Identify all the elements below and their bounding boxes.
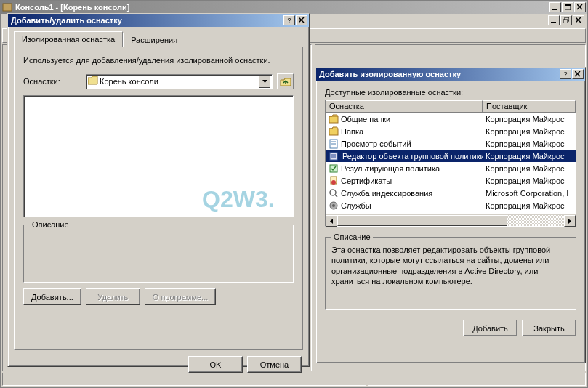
minimize-button[interactable] bbox=[549, 2, 561, 12]
gpo-icon bbox=[329, 151, 339, 161]
list-item[interactable]: СлужбыКорпорация Майкрос bbox=[326, 199, 576, 211]
description-group-label: Описание bbox=[30, 220, 71, 229]
folder-shared-icon bbox=[329, 114, 339, 124]
list-item[interactable]: СертификатыКорпорация Майкрос bbox=[326, 174, 576, 187]
add-button[interactable]: Добавить bbox=[463, 320, 517, 336]
list-item-name: Папка bbox=[341, 127, 363, 136]
rsop-icon bbox=[329, 163, 339, 174]
list-item-vendor: Корпорация Майкрос bbox=[483, 115, 576, 124]
svg-rect-3 bbox=[565, 4, 571, 6]
snapins-combo[interactable]: Корень консоли bbox=[86, 74, 273, 89]
dialog2-title: Добавить изолированную оснастку bbox=[318, 70, 560, 78]
list-item-name: Просмотр событий bbox=[341, 140, 411, 148]
combo-value: Корень консоли bbox=[98, 77, 259, 86]
dialog1-title: Добавить/удалить оснастку bbox=[9, 16, 283, 25]
folder-up-button[interactable] bbox=[277, 73, 294, 89]
available-label: Доступные изолированные оснастки: bbox=[325, 88, 576, 97]
list-item-vendor: Корпорация Майкрос bbox=[483, 127, 576, 136]
chevron-down-icon[interactable] bbox=[259, 76, 270, 88]
scroll-left-icon[interactable] bbox=[326, 215, 337, 227]
help-button[interactable]: ? bbox=[560, 69, 571, 79]
cancel-button[interactable]: Отмена bbox=[247, 356, 302, 373]
about-button: О программе... bbox=[145, 288, 216, 305]
horizontal-scrollbar[interactable] bbox=[326, 214, 576, 226]
column-snapin[interactable]: Оснастка bbox=[326, 100, 483, 113]
add-remove-snapin-dialog: Добавить/удалить оснастку ? Изолированна… bbox=[7, 13, 310, 367]
services-icon bbox=[329, 201, 339, 211]
list-item[interactable]: Редактор объекта групповой политикиКорпо… bbox=[326, 150, 576, 162]
mdi-minimize-button[interactable] bbox=[548, 15, 560, 25]
tab-extensions[interactable]: Расширения bbox=[123, 33, 185, 47]
column-vendor[interactable]: Поставщик bbox=[483, 100, 576, 113]
mdi-restore-button[interactable] bbox=[560, 15, 572, 25]
folder-icon bbox=[88, 76, 98, 86]
mmc-icon bbox=[2, 2, 12, 12]
list-item-vendor: Корпорация Майкрос bbox=[483, 140, 576, 148]
svg-line-26 bbox=[335, 195, 337, 197]
svg-rect-1 bbox=[552, 9, 557, 10]
svg-rect-16 bbox=[329, 129, 338, 135]
list-item[interactable]: Служба индексированияMicrosoft Corporati… bbox=[326, 187, 576, 199]
scroll-right-icon[interactable] bbox=[564, 215, 576, 227]
tab-standalone[interactable]: Изолированная оснастка bbox=[14, 31, 123, 47]
list-item[interactable]: Просмотр событийКорпорация Майкрос bbox=[326, 137, 576, 150]
mdi-close-button[interactable] bbox=[573, 15, 584, 25]
svg-rect-8 bbox=[563, 20, 568, 23]
folder-icon bbox=[329, 126, 339, 137]
list-item[interactable]: Общие папкиКорпорация Майкрос bbox=[326, 113, 576, 125]
add-button[interactable]: Добавить... bbox=[23, 288, 81, 305]
list-item[interactable]: ПапкаКорпорация Майкрос bbox=[326, 125, 576, 137]
console-titlebar: Консоль1 - [Корень консоли] bbox=[1, 1, 587, 14]
svg-rect-15 bbox=[329, 116, 338, 123]
close-button[interactable] bbox=[574, 2, 586, 12]
remove-button: Удалить bbox=[86, 288, 140, 305]
list-item-name: Сертификаты bbox=[341, 177, 392, 185]
console-title: Консоль1 - [Корень консоли] bbox=[14, 3, 549, 12]
close-button[interactable]: Закрыть bbox=[522, 320, 576, 336]
svg-point-25 bbox=[330, 190, 336, 195]
list-item-name: Служба индексирования bbox=[341, 189, 432, 198]
help-button[interactable]: ? bbox=[283, 15, 295, 25]
comp-icon bbox=[329, 213, 339, 215]
cert-icon bbox=[329, 176, 339, 186]
svg-rect-29 bbox=[330, 214, 334, 215]
list-item[interactable]: Службы компонентовMicrosoft Corporation bbox=[326, 211, 576, 214]
eventlog-icon bbox=[329, 139, 339, 149]
available-snapins-list[interactable]: Оснастка Поставщик Общие папкиКорпорация… bbox=[325, 100, 576, 227]
list-item-vendor: Microsoft Corporation, I bbox=[483, 189, 576, 198]
description-group-label: Описание bbox=[331, 233, 373, 241]
list-item-vendor: Корпорация Майкрос bbox=[483, 164, 576, 173]
svg-point-24 bbox=[331, 180, 336, 185]
add-standalone-snapin-dialog: Добавить изолированную оснастку ? Доступ… bbox=[315, 67, 586, 363]
list-item[interactable]: Результирующая политикаКорпорация Майкро… bbox=[326, 162, 576, 174]
list-item-vendor: Корпорация Майкрос bbox=[483, 177, 576, 185]
list-item-vendor: Microsoft Corporation bbox=[483, 214, 576, 215]
list-item-name: Общие папки bbox=[341, 115, 390, 124]
dialog1-titlebar[interactable]: Добавить/удалить оснастку ? bbox=[8, 14, 309, 27]
snapins-label: Оснастки: bbox=[23, 77, 81, 86]
svg-point-28 bbox=[332, 204, 335, 207]
list-item-vendor: Корпорация Майкрос bbox=[483, 201, 576, 210]
close-button[interactable] bbox=[572, 69, 584, 79]
dialog1-desc: Используется для добавления/удаления изо… bbox=[23, 56, 294, 65]
list-item-vendor: Корпорация Майкрос bbox=[483, 152, 576, 161]
list-item-name: Службы bbox=[341, 201, 371, 210]
close-button[interactable] bbox=[296, 15, 307, 25]
snapin-description: Эта оснастка позволяет редактировать объ… bbox=[331, 245, 570, 286]
dialog2-titlebar[interactable]: Добавить изолированную оснастку ? bbox=[316, 68, 585, 81]
svg-rect-21 bbox=[331, 154, 336, 158]
list-item-name: Службы компонентов bbox=[341, 214, 422, 215]
svg-rect-0 bbox=[3, 4, 12, 11]
added-snapins-list[interactable] bbox=[23, 95, 294, 217]
index-icon bbox=[329, 188, 339, 198]
list-item-name: Результирующая политика bbox=[341, 164, 440, 173]
maximize-button[interactable] bbox=[562, 2, 573, 12]
svg-rect-6 bbox=[551, 22, 556, 23]
list-item-name: Редактор объекта групповой политики bbox=[341, 151, 483, 161]
ok-button[interactable]: OK bbox=[188, 356, 243, 373]
